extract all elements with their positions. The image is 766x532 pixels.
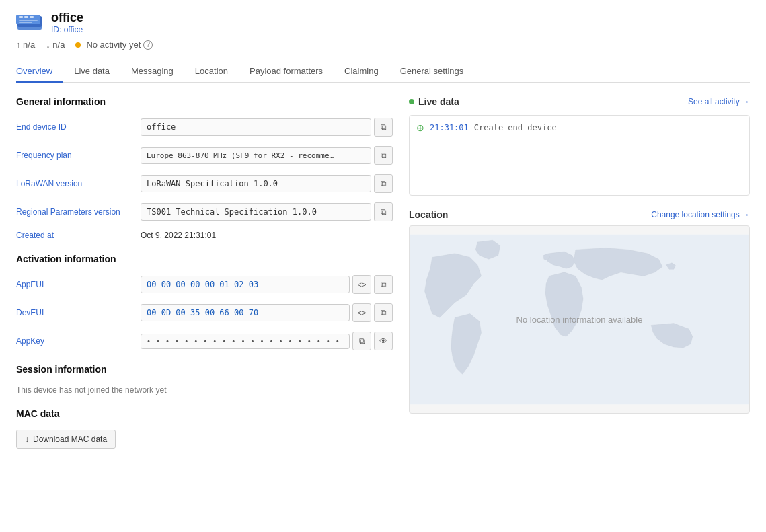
app-eui-label: AppEUI — [16, 280, 141, 289]
dev-eui-input[interactable] — [141, 304, 350, 321]
lorawan-version-value-group: ⧉ — [141, 174, 393, 193]
svg-rect-7 — [19, 22, 32, 23]
live-data-title-text: Live data — [418, 96, 459, 107]
app-key-copy-btn[interactable]: ⧉ — [352, 332, 371, 350]
regional-params-input[interactable] — [141, 203, 371, 221]
lorawan-version-input[interactable] — [141, 175, 371, 192]
lorawan-version-label: LoRaWAN version — [16, 179, 141, 188]
app-key-label: AppKey — [16, 336, 141, 346]
dev-eui-value-group: <> ⧉ — [141, 303, 393, 322]
download-status: ↓ n/a — [46, 40, 65, 50]
live-dot — [409, 99, 414, 104]
device-icon-graphic — [16, 12, 43, 34]
mac-data-section: MAC data ↓ Download MAC data — [16, 408, 393, 449]
activity-dot — [75, 42, 81, 48]
lorawan-version-copy-btn[interactable]: ⧉ — [374, 174, 393, 193]
end-device-id-copy-btn[interactable]: ⧉ — [374, 118, 393, 137]
left-panel: General information End device ID ⧉ Freq… — [16, 96, 393, 462]
map-container: No location information available — [409, 225, 750, 414]
session-info-title: Session information — [16, 364, 393, 375]
created-at-label: Created at — [16, 231, 141, 240]
end-device-id-row: End device ID ⧉ — [16, 118, 393, 137]
dev-eui-label: DevEUI — [16, 308, 141, 317]
map-no-info-text: No location information available — [516, 315, 643, 325]
help-icon[interactable]: ? — [143, 40, 153, 50]
end-device-id-label: End device ID — [16, 122, 141, 132]
general-info-title: General information — [16, 96, 393, 107]
tab-general-settings[interactable]: General settings — [389, 61, 475, 83]
change-location-link[interactable]: Change location settings → — [651, 210, 750, 219]
activity-time: 21:31:01 — [430, 123, 469, 132]
tab-location[interactable]: Location — [184, 61, 239, 83]
regional-params-value-group: ⧉ — [141, 202, 393, 221]
regional-params-copy-btn[interactable]: ⧉ — [374, 202, 393, 221]
lorawan-version-row: LoRaWAN version ⧉ — [16, 174, 393, 193]
frequency-plan-input[interactable] — [141, 147, 371, 164]
app-key-value-group: ⧉ 👁 — [141, 332, 393, 350]
dev-eui-row: DevEUI <> ⧉ — [16, 303, 393, 322]
created-at-row: Created at Oct 9, 2022 21:31:01 — [16, 231, 393, 240]
device-id-line: ID: office — [51, 25, 83, 34]
tab-claiming[interactable]: Claiming — [334, 61, 389, 83]
tab-payload-formatters[interactable]: Payload formatters — [239, 61, 334, 83]
activity-item: ⊕ 21:31:01 Create end device — [416, 122, 742, 133]
device-title-block: office ID: office — [51, 11, 83, 34]
frequency-plan-row: Frequency plan ⧉ — [16, 146, 393, 165]
tabs-nav: Overview Live data Messaging Location Pa… — [16, 61, 750, 83]
frequency-plan-copy-btn[interactable]: ⧉ — [374, 146, 393, 165]
end-device-id-input[interactable] — [141, 118, 371, 136]
svg-rect-4 — [24, 16, 28, 18]
mac-data-title: MAC data — [16, 408, 393, 419]
device-name: office — [51, 11, 83, 25]
session-not-joined-text: This device has not joined the network y… — [16, 385, 393, 395]
dev-eui-code-btn[interactable]: <> — [352, 303, 371, 322]
activity-status: No activity yet ? — [75, 40, 153, 50]
end-device-id-value-group: ⧉ — [141, 118, 393, 137]
activity-text: No activity yet — [86, 40, 141, 50]
location-title: Location — [409, 209, 448, 220]
app-eui-copy-btn[interactable]: ⧉ — [374, 275, 393, 294]
app-eui-code-btn[interactable]: <> — [352, 275, 371, 294]
app-eui-row: AppEUI <> ⧉ — [16, 275, 393, 294]
svg-rect-3 — [19, 16, 23, 18]
tab-messaging[interactable]: Messaging — [120, 61, 184, 83]
dev-eui-copy-btn[interactable]: ⧉ — [374, 303, 393, 322]
created-at-value: Oct 9, 2022 21:31:01 — [141, 231, 216, 240]
activity-plus-icon: ⊕ — [416, 122, 424, 133]
device-header: office ID: office — [16, 11, 750, 34]
regional-params-label: Regional Parameters version — [16, 207, 141, 217]
app-eui-input[interactable] — [141, 276, 350, 293]
device-id-label: ID: — [51, 25, 61, 34]
live-data-title-group: Live data — [409, 96, 459, 107]
see-all-activity-link[interactable]: See all activity → — [688, 97, 750, 106]
location-header: Location Change location settings → — [409, 209, 750, 220]
frequency-plan-label: Frequency plan — [16, 151, 141, 160]
download-label: Download MAC data — [33, 434, 107, 444]
app-key-visibility-btn[interactable]: 👁 — [374, 332, 393, 350]
download-mac-btn[interactable]: ↓ Download MAC data — [16, 430, 116, 449]
live-data-box: ⊕ 21:31:01 Create end device — [409, 115, 750, 196]
svg-rect-6 — [19, 20, 38, 21]
upload-status: ↑ n/a — [16, 40, 35, 50]
download-icon: ↓ — [25, 434, 29, 444]
device-id-value[interactable]: office — [64, 25, 83, 34]
app-key-row: AppKey ⧉ 👁 — [16, 332, 393, 350]
status-bar: ↑ n/a ↓ n/a No activity yet ? — [16, 40, 750, 50]
tab-overview[interactable]: Overview — [16, 61, 63, 83]
app-eui-value-group: <> ⧉ — [141, 275, 393, 294]
activity-description: Create end device — [474, 123, 557, 132]
live-data-header: Live data See all activity → — [409, 96, 750, 107]
svg-rect-5 — [30, 16, 34, 18]
activation-info-title: Activation information — [16, 254, 393, 264]
tab-live-data[interactable]: Live data — [63, 61, 120, 83]
main-content: General information End device ID ⧉ Freq… — [16, 96, 750, 462]
frequency-plan-value-group: ⧉ — [141, 146, 393, 165]
right-panel: Live data See all activity → ⊕ 21:31:01 … — [409, 96, 750, 462]
app-key-input[interactable] — [141, 334, 350, 349]
regional-params-row: Regional Parameters version ⧉ — [16, 202, 393, 221]
